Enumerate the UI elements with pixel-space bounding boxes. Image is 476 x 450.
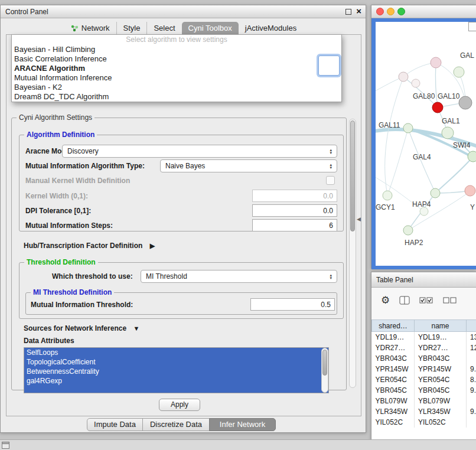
table-cell[interactable]: YPR145W bbox=[415, 364, 467, 374]
kernel-width-field[interactable]: 0.0 bbox=[252, 190, 337, 202]
network-node[interactable] bbox=[412, 79, 420, 87]
mi-type-select[interactable]: Naive Bayes ▴▾ bbox=[160, 159, 337, 172]
table-cell[interactable]: YPR145W bbox=[372, 364, 415, 374]
aracne-mode-select[interactable]: Discovery ▴▾ bbox=[62, 145, 337, 158]
table-cell[interactable]: YIL052C bbox=[415, 417, 467, 428]
unselect-all-columns-icon[interactable] bbox=[443, 297, 457, 304]
traffic-light-close-icon[interactable] bbox=[376, 8, 384, 15]
table-row[interactable]: YPR145WYPR145W9. bbox=[372, 364, 476, 374]
network-node[interactable] bbox=[454, 67, 464, 77]
control-panel-titlebar[interactable]: Control Panel × bbox=[1, 5, 366, 18]
select-all-columns-icon[interactable] bbox=[419, 297, 433, 304]
mi-threshold-field[interactable]: 0.5 bbox=[250, 298, 335, 311]
table-cell[interactable]: YDR27… bbox=[415, 343, 467, 353]
network-edge[interactable] bbox=[387, 129, 408, 195]
table-cell[interactable]: 8. bbox=[467, 374, 476, 385]
dropdown-item[interactable]: Mutual Information Inference bbox=[12, 73, 341, 83]
settings-scrollbar[interactable] bbox=[349, 119, 356, 388]
tab-impute-data[interactable]: Impute Data bbox=[87, 418, 143, 431]
network-edge[interactable] bbox=[385, 77, 403, 195]
network-edge[interactable] bbox=[408, 191, 470, 230]
tab-network[interactable]: Network bbox=[64, 22, 116, 35]
table-cell[interactable]: YDR27… bbox=[372, 343, 415, 353]
table-cell[interactable]: YDL19… bbox=[415, 332, 467, 343]
birdseye-toggle-button[interactable] bbox=[468, 22, 476, 31]
table-row[interactable]: YDR27…YDR27…12 bbox=[372, 343, 476, 353]
traffic-light-minimize-icon[interactable] bbox=[387, 8, 395, 15]
table-row[interactable]: YDL19…YDL19…13 bbox=[372, 332, 476, 343]
list-item[interactable]: BetweennessCentrality bbox=[24, 367, 328, 376]
tab-cyni-toolbox[interactable]: Cyni Toolbox bbox=[182, 22, 239, 35]
network-node[interactable] bbox=[399, 72, 408, 81]
network-node[interactable] bbox=[431, 188, 440, 198]
table-row[interactable]: YLR345WYLR345W9. bbox=[372, 406, 476, 417]
apply-button[interactable]: Apply bbox=[159, 399, 200, 411]
table-cell[interactable]: 13 bbox=[467, 332, 476, 343]
network-window-titlebar[interactable] bbox=[371, 5, 476, 18]
network-node[interactable] bbox=[468, 151, 476, 162]
table-cell[interactable] bbox=[467, 353, 476, 364]
list-item[interactable]: TopologicalCoefficient bbox=[24, 357, 328, 367]
table-cell[interactable]: YIL052C bbox=[372, 417, 415, 428]
table-cell[interactable]: YBR045C bbox=[372, 385, 415, 396]
list-scrollbar[interactable] bbox=[321, 348, 328, 393]
network-edge[interactable] bbox=[435, 63, 438, 107]
table-cell[interactable]: YBR043C bbox=[372, 353, 415, 364]
table-cell[interactable]: 9. bbox=[467, 364, 476, 374]
network-node[interactable] bbox=[442, 127, 454, 139]
column-header-name[interactable]: name bbox=[415, 320, 467, 332]
table-cell[interactable]: YLR345W bbox=[372, 406, 415, 417]
table-cell[interactable]: YLR345W bbox=[415, 406, 467, 417]
manual-kernel-checkbox[interactable] bbox=[326, 176, 335, 185]
splitter-collapse-icon[interactable]: ◀ bbox=[357, 216, 361, 222]
tab-infer-network[interactable]: Infer Network bbox=[209, 418, 276, 431]
table-row[interactable]: YER054CYER054C8. bbox=[372, 374, 476, 385]
table-cell[interactable]: YBL079W bbox=[372, 396, 415, 406]
dropdown-item[interactable]: Bayesian - Hill Climbing bbox=[12, 45, 341, 54]
tab-jactivemodules[interactable]: jActiveModules bbox=[239, 22, 303, 35]
table-row[interactable]: YBR043CYBR043C bbox=[372, 353, 476, 364]
sources-expander[interactable]: Sources for Network Inference ▼ bbox=[24, 324, 139, 332]
dropdown-item[interactable]: Bayesian - K2 bbox=[12, 83, 341, 92]
table-row[interactable]: YIL052CYIL052C bbox=[372, 417, 476, 428]
column-header-shared-name[interactable]: shared… bbox=[372, 320, 415, 332]
network-node[interactable] bbox=[403, 123, 413, 133]
tab-discretize-data[interactable]: Discretize Data bbox=[142, 418, 210, 431]
table-cell[interactable]: YER054C bbox=[372, 374, 415, 385]
network-node[interactable] bbox=[420, 207, 428, 216]
list-item[interactable]: SelfLoops bbox=[24, 348, 328, 357]
algorithm-combo-focus-fragment[interactable] bbox=[318, 56, 340, 76]
table-cell[interactable]: 9. bbox=[467, 385, 476, 396]
mi-steps-field[interactable]: 6 bbox=[252, 219, 337, 231]
close-panel-icon[interactable]: × bbox=[356, 6, 361, 16]
network-canvas[interactable]: GALGAL80GAL10GAL11GAL1SWI4GAL4GCY1HAP4HA… bbox=[376, 22, 476, 266]
table-cell[interactable]: 9. bbox=[467, 406, 476, 417]
network-node[interactable] bbox=[403, 226, 413, 235]
table-panel-titlebar[interactable]: Table Panel bbox=[371, 272, 476, 288]
network-node[interactable] bbox=[459, 96, 472, 109]
column-header-cut[interactable] bbox=[467, 320, 476, 332]
tab-style[interactable]: Style bbox=[116, 22, 147, 35]
table-cell[interactable]: YBR043C bbox=[415, 353, 467, 364]
tab-select[interactable]: Select bbox=[146, 22, 181, 35]
dpi-tolerance-field[interactable]: 0.0 bbox=[252, 204, 337, 217]
list-item-partial[interactable] bbox=[24, 386, 328, 393]
gear-icon[interactable]: ⚙ bbox=[381, 295, 390, 305]
network-node[interactable] bbox=[431, 57, 441, 68]
table-cell[interactable]: YBR045C bbox=[415, 385, 467, 396]
table-row[interactable]: YBR045CYBR045C9. bbox=[372, 385, 476, 396]
table-cell[interactable] bbox=[467, 417, 476, 428]
list-item[interactable]: gal4RGexp bbox=[24, 376, 328, 386]
network-node[interactable] bbox=[465, 185, 475, 196]
which-threshold-select[interactable]: MI Threshold ▴▾ bbox=[141, 270, 337, 283]
network-node[interactable] bbox=[383, 191, 392, 200]
dropdown-item[interactable]: Dream8 DC_TDC Algorithm bbox=[12, 92, 341, 102]
table-row[interactable]: YBL079WYBL079W bbox=[372, 396, 476, 406]
dropdown-item-selected[interactable]: ARACNE Algorithm bbox=[12, 64, 341, 73]
table-cell[interactable]: YDL19… bbox=[372, 332, 415, 343]
dropdown-item[interactable]: Basic Correlation Inference bbox=[12, 54, 341, 64]
data-attributes-list[interactable]: SelfLoops TopologicalCoefficient Between… bbox=[24, 347, 329, 393]
table-cell[interactable]: YBL079W bbox=[415, 396, 467, 406]
network-graph[interactable]: GALGAL80GAL10GAL11GAL1SWI4GAL4GCY1HAP4HA… bbox=[376, 22, 476, 266]
hub-definition-expander[interactable]: Hub/Transcription Factor Definition ▶ bbox=[24, 242, 155, 250]
